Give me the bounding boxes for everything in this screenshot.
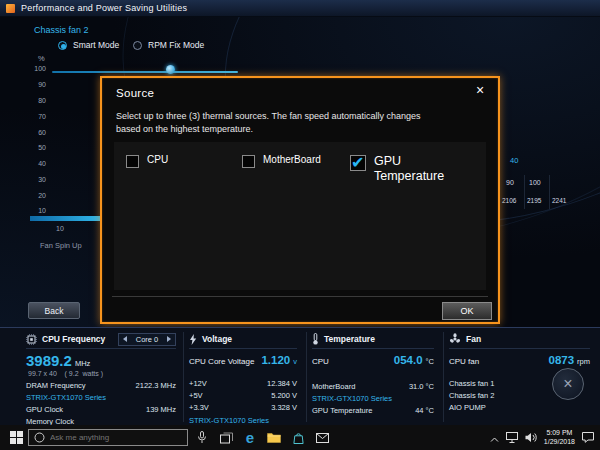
checkbox-cpu[interactable]: CPU — [126, 154, 168, 168]
radio-unselected-icon[interactable] — [133, 41, 142, 50]
rpm-fix-mode-radio[interactable]: RPM Fix Mode — [133, 40, 204, 50]
edge-button[interactable]: e — [238, 425, 262, 450]
monitor-row: STRIX-GTX1070 Series — [26, 393, 176, 402]
radio-selected-icon[interactable] — [58, 41, 67, 50]
section-separator — [306, 332, 307, 422]
check-mark-icon: ✔ — [351, 153, 364, 172]
fan-header: Fan — [449, 332, 590, 346]
taskbar: e 5:09 PM 1/29/2018 — [0, 425, 600, 450]
microphone-button[interactable] — [190, 425, 214, 450]
windows-logo-icon — [10, 431, 23, 444]
file-explorer-button[interactable] — [262, 425, 286, 450]
cpu-frequency-value: 3989.2 MHz — [26, 352, 176, 369]
section-separator — [183, 332, 184, 422]
volume-button[interactable] — [525, 429, 537, 447]
cpu-icon — [26, 334, 37, 345]
monitor-row: +5V 5.200 V — [189, 391, 297, 400]
y-tick: 10 — [24, 207, 46, 214]
voltage-value: CPU Core Voltage 1.120 v — [189, 354, 297, 366]
task-view-button[interactable] — [214, 425, 238, 450]
search-input[interactable] — [28, 429, 188, 446]
checkbox-unchecked-icon[interactable] — [126, 155, 139, 168]
cortana-icon — [34, 432, 45, 443]
cpu-frequency-header: CPU Frequency Core 0 — [26, 332, 176, 346]
y-tick: 60 — [24, 129, 46, 136]
y-axis-unit: % — [38, 54, 45, 63]
y-tick: 50 — [24, 144, 46, 151]
smart-mode-radio[interactable]: Smart Mode — [58, 40, 119, 50]
prev-core-icon[interactable] — [123, 336, 127, 342]
temperature-section: Temperature CPU 054.0 °C MotherBoard 31.… — [312, 328, 438, 426]
monitor-row: +3.3V 3.328 V — [189, 403, 297, 412]
fan-value: CPU fan 0873 rpm — [449, 354, 590, 366]
table-rpm-cell: 2195 — [527, 197, 541, 204]
fan-disabled-icon[interactable]: × — [552, 368, 584, 400]
clock[interactable]: 5:09 PM 1/29/2018 — [544, 429, 575, 446]
action-center-icon — [582, 431, 594, 443]
search-field[interactable] — [50, 433, 170, 442]
mail-button[interactable] — [310, 425, 334, 450]
y-tick: 80 — [24, 97, 46, 104]
edge-icon: e — [246, 430, 254, 445]
y-tick: 70 — [24, 113, 46, 120]
monitor-row: DRAM Frequency 2122.3 MHz — [26, 381, 176, 390]
action-center-button[interactable] — [582, 429, 594, 447]
voltage-icon — [189, 334, 197, 345]
checkbox-gpu-temperature[interactable]: ✔ GPU Temperature — [350, 154, 464, 184]
store-bag-icon — [293, 432, 304, 444]
fan-name-label: Chassis fan 2 — [34, 25, 89, 35]
monitor-row: GPU Temperature 44 °C — [312, 406, 434, 415]
core-selector[interactable]: Core 0 — [118, 333, 176, 346]
monitor-row: STRIX-GTX1070 Series — [312, 394, 434, 403]
temperature-header: Temperature — [312, 332, 434, 346]
fan-spin-up-label: Fan Spin Up — [40, 241, 82, 250]
monitor-row: Chassis fan 2 — [449, 391, 544, 400]
app-logo-icon — [6, 4, 15, 13]
source-dialog: Source × Select up to three (3) thermal … — [100, 76, 500, 324]
titlebar: Performance and Power Saving Utilities — [0, 0, 600, 17]
temperature-icon — [312, 333, 319, 345]
window-title: Performance and Power Saving Utilities — [21, 3, 187, 13]
y-tick: 30 — [24, 176, 46, 183]
y-tick: 20 — [24, 192, 46, 199]
tray-chevron-button[interactable] — [490, 429, 499, 447]
back-button[interactable]: Back — [28, 302, 80, 319]
start-button[interactable] — [4, 425, 28, 450]
dialog-title: Source — [116, 87, 154, 99]
dialog-description: based on the highest temperature. — [116, 124, 253, 134]
section-divider — [449, 348, 590, 349]
microphone-icon — [197, 431, 207, 444]
table-rpm-cell: 2241 — [552, 197, 566, 204]
ok-button[interactable]: OK — [442, 302, 492, 320]
voltage-header: Voltage — [189, 332, 297, 346]
monitor-row: +12V 12.384 V — [189, 379, 297, 388]
dialog-divider — [112, 296, 488, 297]
table-gridline — [549, 175, 550, 209]
clock-time: 5:09 PM — [544, 429, 575, 438]
checkbox-motherboard[interactable]: MotherBoard — [242, 154, 321, 168]
mail-icon — [316, 433, 329, 443]
system-tray: 5:09 PM 1/29/2018 — [490, 429, 596, 447]
temperature-value: CPU 054.0 °C — [312, 354, 434, 366]
folder-icon — [267, 432, 281, 443]
fan-curve-point[interactable] — [166, 65, 175, 74]
store-button[interactable] — [286, 425, 310, 450]
fan-icon — [449, 333, 461, 345]
checkbox-checked-icon[interactable]: ✔ — [350, 155, 366, 171]
fan-section: Fan CPU fan 0873 rpm Chassis fan 1 Chass… — [449, 328, 594, 426]
voltage-section: Voltage CPU Core Voltage 1.120 v +12V 12… — [189, 328, 301, 426]
cpu-frequency-detail: 99.7 x 40 ( 9.2 watts ) — [28, 370, 103, 377]
monitor-row: AIO PUMP — [449, 403, 544, 412]
checkbox-unchecked-icon[interactable] — [242, 155, 255, 168]
dialog-description: Select up to three (3) thermal sources. … — [116, 111, 421, 121]
section-divider — [26, 348, 176, 349]
y-tick: 40 — [24, 160, 46, 167]
thermal-source-panel: CPU MotherBoard ✔ GPU Temperature — [114, 142, 486, 290]
network-button[interactable] — [506, 429, 518, 447]
volume-icon — [525, 432, 537, 443]
close-icon[interactable]: × — [472, 82, 488, 98]
monitor-row: GPU Clock 139 MHz — [26, 405, 176, 414]
y-tick: 100 — [24, 65, 46, 72]
fan-speed-bar — [30, 216, 108, 221]
next-core-icon[interactable] — [167, 336, 171, 342]
